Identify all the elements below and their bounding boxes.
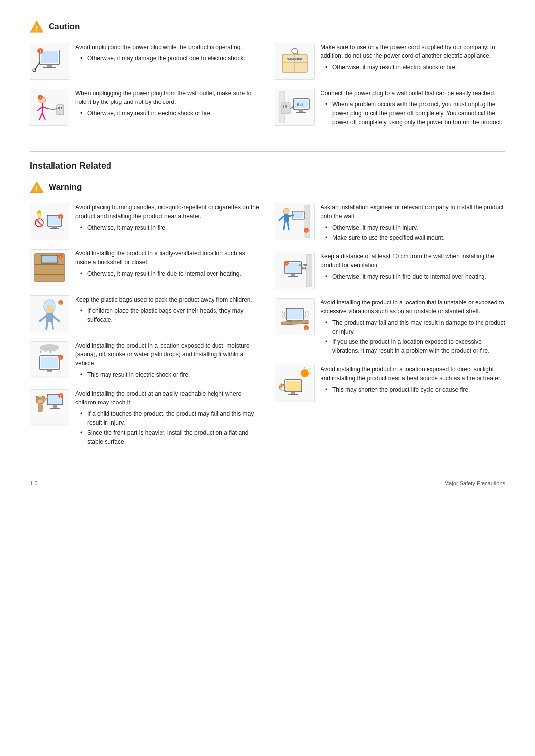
svg-line-94	[284, 222, 285, 229]
warning-entry-5-bullets: If a child touches the product, the prod…	[75, 409, 260, 446]
warning-right-entry-4-main: Avoid installing the product in a locati…	[321, 365, 505, 383]
warning-right-entry-1-bullet-2: Make sure to use the specified wall moun…	[325, 233, 505, 242]
warning-illus-5: !	[30, 389, 69, 426]
svg-rect-101	[291, 274, 295, 276]
warning-right-entry-2-main: Keep a distance of at least 10 cm from t…	[321, 252, 505, 270]
caution-illus-4: 표시	[275, 89, 315, 126]
caution-entry-1-main: Avoid unplugging the power plug while th…	[75, 43, 260, 51]
warning-entry-1-text: Avoid placing burning candles, mosquito-…	[75, 203, 260, 233]
caution-entry-3-bullets: Otherwise, it may result in electric sho…	[321, 63, 505, 72]
svg-line-60	[54, 316, 59, 321]
svg-rect-3	[41, 51, 58, 63]
svg-text:!: !	[60, 216, 61, 219]
svg-point-57	[46, 305, 54, 313]
svg-rect-91	[284, 214, 289, 222]
svg-marker-105	[303, 267, 306, 270]
svg-rect-29	[283, 105, 284, 108]
warning-left-col: ! Avoid placing burning candles, mosquit…	[30, 203, 260, 456]
caution-icon: !	[30, 20, 44, 34]
warning-entry-2: ! Avoid installing the product in a badl…	[30, 249, 260, 286]
warning-right-entry-2-bullets: Otherwise, it may result in fire due to …	[321, 272, 505, 281]
warning-right-entry-3: (( )) ! Avoid installing the product in …	[275, 298, 505, 356]
warning-entry-5-bullet-2: Since the front part is heavier, install…	[80, 428, 260, 446]
installation-related-section: Installation Related ! Warning	[30, 151, 505, 456]
svg-point-82	[38, 400, 43, 403]
svg-text:!: !	[60, 356, 61, 360]
svg-point-117	[301, 369, 309, 377]
caution-header: ! Caution	[30, 20, 505, 34]
warning-entry-1: ! Avoid placing burning candles, mosquit…	[30, 203, 260, 240]
warning-entry-5-text: Avoid installing the product at an easil…	[75, 389, 260, 447]
caution-right-col: SAMSUNG Make sure to use only the power …	[275, 43, 505, 137]
svg-text:!: !	[306, 327, 307, 330]
warning-entry-3: ! Keep the plastic bags used to pack the…	[30, 295, 260, 332]
caution-entry-3-main: Make sure to use only the power cord sup…	[321, 43, 505, 60]
warning-right-entry-4-bullets: This may shorten the product life cycle …	[321, 385, 505, 394]
warning-right-entry-1-bullets: Otherwise, it may result in injury. Make…	[321, 223, 505, 242]
svg-text:!: !	[40, 50, 41, 54]
caution-entry-3: SAMSUNG Make sure to use only the power …	[275, 43, 505, 80]
svg-text:!: !	[36, 24, 38, 32]
svg-rect-78	[50, 408, 60, 409]
svg-text:!: !	[40, 96, 41, 100]
svg-line-6	[35, 62, 40, 70]
warning-right-entry-3-bullet-2: If you use the product in a location exp…	[325, 337, 505, 355]
warning-illus-3: !	[30, 295, 69, 332]
caution-illus-2: !	[30, 89, 69, 126]
svg-rect-41	[50, 228, 59, 229]
svg-text:!: !	[306, 229, 307, 233]
warning-entry-2-text: Avoid installing the product in a badly-…	[75, 249, 260, 279]
svg-rect-40	[52, 226, 57, 228]
warning-entry-5-main: Avoid installing the product at an easil…	[75, 389, 260, 407]
warning-entry-1-bullets: Otherwise, it may result in fire.	[75, 223, 260, 232]
svg-point-72	[40, 344, 59, 351]
warning-right-entry-3-bullets: The product may fall and this may result…	[321, 318, 505, 355]
svg-line-61	[46, 322, 47, 329]
warning-right-entry-2-bullet-1: Otherwise, it may result in fire due to …	[325, 272, 505, 281]
svg-rect-18	[61, 107, 62, 109]
svg-rect-66	[41, 357, 58, 368]
warning-entry-1-bullet-1: Otherwise, it may result in fire.	[80, 223, 260, 232]
caution-entry-2: ! When unplugging the power plug from th…	[30, 89, 260, 126]
warning-right-entry-1: ! Ask an installation engineer or releva…	[275, 203, 505, 243]
warning-right-illus-2: 10cm !	[275, 252, 315, 289]
caution-entry-4-bullet-1: When a problem occurs with the product, …	[325, 100, 505, 127]
svg-rect-28	[281, 103, 290, 114]
svg-line-12	[37, 107, 42, 111]
svg-line-95	[288, 222, 289, 229]
warning-entry-2-main: Avoid installing the product in a badly-…	[75, 249, 260, 267]
caution-entry-2-bullets: Otherwise, it may result in electric sho…	[75, 109, 260, 118]
svg-rect-89	[293, 212, 303, 218]
installation-related-title: Installation Related	[30, 151, 505, 171]
svg-text:10cm: 10cm	[298, 263, 307, 267]
caution-illus-1: !	[30, 43, 69, 80]
caution-grid: ! Avoid unplugging the power plug while …	[30, 43, 505, 137]
warning-right-entry-3-main: Avoid installing the product in a locati…	[321, 298, 505, 316]
warning-entry-3-main: Keep the plastic bags used to pack the p…	[75, 295, 260, 304]
caution-entry-2-main: When unplugging the power plug from the …	[75, 89, 260, 106]
warning-entry-2-bullets: Otherwise, it may result in fire due to …	[75, 269, 260, 278]
svg-rect-122	[286, 381, 301, 391]
caution-entry-3-text: Make sure to use only the power cord sup…	[321, 43, 505, 73]
caution-title: Caution	[49, 22, 80, 32]
warning-right-entry-2: 10cm ! Keep a distance of at least 10 cm…	[275, 252, 505, 289]
footer-section-name: Major Safety Precautions	[444, 480, 505, 486]
warning-entry-4: ! Avoid installing the product in a loca…	[30, 341, 260, 380]
caution-entry-2-text: When unplugging the power plug from the …	[75, 89, 260, 119]
svg-text:!: !	[286, 262, 287, 266]
warning-right-entry-2-text: Keep a distance of at least 10 cm from t…	[321, 252, 505, 282]
svg-rect-98	[306, 254, 311, 287]
warning-icon: !	[30, 180, 44, 194]
warning-entry-5-bullet-1: If a child touches the product, the prod…	[80, 409, 260, 427]
caution-entry-4-text: Connect the power plug to a wall outlet …	[321, 89, 505, 128]
svg-rect-58	[46, 313, 54, 322]
warning-right-entry-1-bullet-1: Otherwise, it may result in injury.	[325, 223, 505, 232]
warning-entry-4-text: Avoid installing the product in a locati…	[75, 341, 260, 380]
svg-point-90	[283, 208, 289, 214]
warning-entry-5: ! Avoid installing the product at an eas…	[30, 389, 260, 447]
warning-entry-3-text: Keep the plastic bags used to pack the p…	[75, 295, 260, 325]
svg-rect-87	[305, 205, 310, 238]
caution-left-col: ! Avoid unplugging the power plug while …	[30, 43, 260, 137]
svg-text:표시: 표시	[296, 103, 303, 106]
svg-line-13	[42, 107, 48, 109]
